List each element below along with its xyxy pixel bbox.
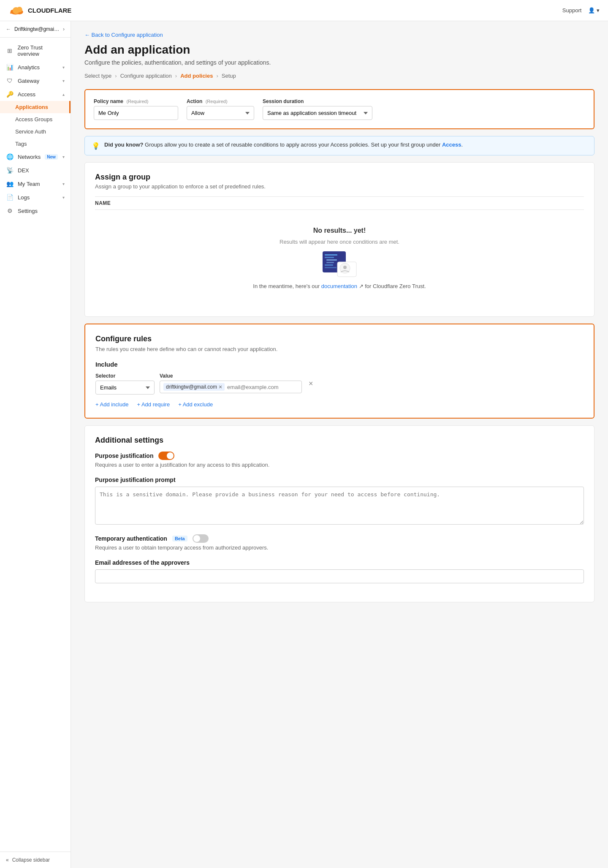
purpose-justification-prompt-label: Purpose justification prompt bbox=[95, 476, 584, 483]
svg-point-5 bbox=[13, 7, 19, 14]
svg-rect-7 bbox=[325, 254, 337, 256]
assign-group-empty-state: No results... yet! Results will appear h… bbox=[95, 210, 584, 306]
page-title: Add an application bbox=[84, 43, 594, 57]
value-col: Value driftkingtw@gmail.com × bbox=[160, 373, 302, 393]
page-subtitle: Configure the policies, authentication, … bbox=[84, 59, 594, 66]
sidebar-label-dex: DEX bbox=[18, 167, 29, 174]
networks-badge: New bbox=[45, 154, 58, 160]
breadcrumb-step-add-policies: Add policies bbox=[180, 73, 213, 79]
assign-group-table-header: Name bbox=[95, 196, 584, 210]
cloudflare-logo-icon bbox=[8, 5, 24, 16]
breadcrumb-step-configure: Configure application bbox=[120, 73, 172, 79]
email-tags-input[interactable]: driftkingtw@gmail.com × bbox=[160, 381, 302, 393]
approvers-input[interactable] bbox=[95, 569, 584, 583]
user-menu[interactable]: 👤 ▾ bbox=[588, 7, 600, 14]
sidebar-item-settings[interactable]: ⚙ Settings bbox=[0, 204, 71, 218]
back-to-configure-link[interactable]: ← Back to Configure application bbox=[84, 32, 163, 38]
policy-card: Policy name (Required) Action (Required)… bbox=[84, 89, 594, 129]
sidebar-item-access[interactable]: 🔑 Access ▴ bbox=[0, 87, 71, 101]
include-label: Include bbox=[95, 361, 584, 368]
logs-icon: 📄 bbox=[6, 194, 14, 201]
beta-badge: Beta bbox=[172, 536, 187, 541]
sidebar-item-analytics[interactable]: 📊 Analytics ▾ bbox=[0, 60, 71, 74]
sidebar-item-networks[interactable]: 🌐 Networks New ▾ bbox=[0, 150, 71, 163]
assign-group-card: Assign a group Assign a group to your ap… bbox=[84, 162, 594, 317]
access-expand-icon: ▴ bbox=[62, 92, 65, 97]
sidebar-item-dex[interactable]: 📡 DEX bbox=[0, 163, 71, 177]
sidebar-label-analytics: Analytics bbox=[18, 64, 40, 71]
networks-icon: 🌐 bbox=[6, 153, 14, 160]
email-tag: driftkingtw@gmail.com × bbox=[163, 383, 225, 391]
collapse-sidebar-button[interactable]: « Collapse sidebar bbox=[0, 852, 71, 868]
breadcrumb: Select type › Configure application › Ad… bbox=[84, 73, 594, 79]
svg-rect-9 bbox=[326, 259, 337, 261]
access-subnav: Applications Access Groups Service Auth … bbox=[0, 101, 71, 150]
sidebar-item-service-auth[interactable]: Service Auth bbox=[0, 125, 71, 138]
sidebar-item-my-team[interactable]: 👥 My Team ▾ bbox=[0, 177, 71, 190]
approvers-row: Email addresses of the approvers bbox=[95, 559, 584, 583]
purpose-justification-toggle[interactable] bbox=[158, 452, 174, 460]
selector-select[interactable]: Emails Email Domain Everyone Country IP … bbox=[95, 381, 155, 395]
purpose-justification-prompt-textarea[interactable] bbox=[95, 487, 584, 525]
session-duration-label: Session duration bbox=[263, 98, 372, 104]
analytics-icon: 📊 bbox=[6, 64, 14, 71]
top-nav-right: Support 👤 ▾ bbox=[562, 7, 600, 14]
svg-point-15 bbox=[343, 266, 347, 269]
temporary-auth-row: Temporary authentication Beta Requires a… bbox=[95, 534, 584, 551]
sidebar-item-zero-trust[interactable]: ⊞ Zero Trust overview bbox=[0, 41, 71, 60]
add-links-row: + Add include + Add require + Add exclud… bbox=[95, 401, 584, 408]
policy-name-required: (Required) bbox=[126, 99, 148, 104]
account-switcher[interactable]: ← Driftkingtw@gmail.... › bbox=[0, 21, 71, 38]
breadcrumb-step-select-type: Select type bbox=[84, 73, 111, 79]
collapse-icon: « bbox=[6, 857, 9, 863]
additional-settings-card: Additional settings Purpose justificatio… bbox=[84, 425, 594, 602]
sidebar-item-logs[interactable]: 📄 Logs ▾ bbox=[0, 190, 71, 204]
add-exclude-link[interactable]: + Add exclude bbox=[178, 401, 213, 408]
tags-label: Tags bbox=[15, 141, 27, 147]
session-duration-field-group: Session duration Same as application ses… bbox=[263, 98, 372, 120]
email-tag-remove[interactable]: × bbox=[219, 384, 222, 390]
collapse-label: Collapse sidebar bbox=[12, 857, 50, 863]
networks-expand-icon: ▾ bbox=[62, 155, 65, 159]
selector-label: Selector bbox=[95, 373, 155, 379]
sidebar-item-gateway[interactable]: 🛡 Gateway ▾ bbox=[0, 74, 71, 87]
sidebar-item-access-groups[interactable]: Access Groups bbox=[0, 113, 71, 125]
temporary-auth-toggle[interactable] bbox=[193, 534, 209, 543]
remove-row-button[interactable]: × bbox=[307, 376, 315, 392]
purpose-justification-header: Purpose justification bbox=[95, 452, 584, 460]
add-require-link[interactable]: + Add require bbox=[137, 401, 170, 408]
access-groups-label: Access Groups bbox=[15, 116, 52, 122]
analytics-expand-icon: ▾ bbox=[62, 65, 65, 70]
session-duration-select[interactable]: Same as application session timeout 30 m… bbox=[263, 106, 372, 120]
purpose-justification-toggle-thumb bbox=[167, 452, 174, 459]
purpose-justification-toggle-track bbox=[158, 452, 174, 460]
policy-name-input[interactable] bbox=[94, 106, 178, 120]
svg-rect-11 bbox=[325, 264, 333, 266]
action-select[interactable]: Allow Block Bypass bbox=[187, 106, 254, 120]
access-link[interactable]: Access bbox=[442, 141, 461, 148]
sidebar-item-tags[interactable]: Tags bbox=[0, 138, 71, 150]
configure-rules-card: Configure rules The rules you create her… bbox=[84, 324, 594, 419]
sidebar-label-my-team: My Team bbox=[18, 181, 40, 187]
account-back-arrow[interactable]: ← bbox=[6, 26, 11, 32]
purpose-justification-desc: Requires a user to enter a justification… bbox=[95, 462, 584, 468]
page-layout: ← Driftkingtw@gmail.... › ⊞ Zero Trust o… bbox=[0, 21, 608, 868]
purpose-justification-prompt-row: Purpose justification prompt bbox=[95, 476, 584, 526]
sidebar-item-applications[interactable]: Applications bbox=[0, 101, 71, 113]
support-link[interactable]: Support bbox=[562, 7, 582, 14]
empty-state-doc-link: In the meantime, here's our documentatio… bbox=[253, 283, 426, 289]
documentation-link[interactable]: documentation bbox=[321, 283, 357, 289]
action-label: Action (Required) bbox=[187, 98, 254, 104]
empty-state-title: No results... yet! bbox=[313, 227, 366, 234]
breadcrumb-sep-2: › bbox=[175, 73, 177, 79]
add-include-link[interactable]: + Add include bbox=[95, 401, 128, 408]
account-more-icon[interactable]: › bbox=[63, 26, 65, 32]
sidebar-nav: ⊞ Zero Trust overview 📊 Analytics ▾ 🛡 Ga… bbox=[0, 38, 71, 852]
logo-area: CLOUDFLARE bbox=[8, 5, 71, 16]
assign-group-title: Assign a group bbox=[95, 173, 584, 182]
applications-label: Applications bbox=[15, 104, 48, 110]
sidebar-label-settings: Settings bbox=[18, 208, 38, 214]
gateway-icon: 🛡 bbox=[6, 77, 14, 84]
email-input[interactable] bbox=[227, 384, 298, 390]
my-team-expand-icon: ▾ bbox=[62, 182, 65, 186]
